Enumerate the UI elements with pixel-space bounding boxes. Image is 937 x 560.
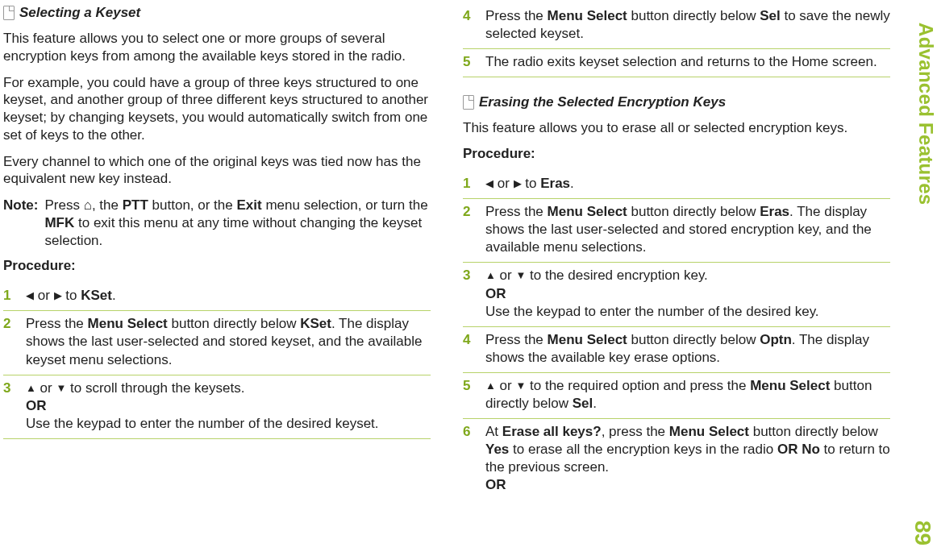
step-body: ▲ or ▼ to scroll through the keysets. OR… (26, 380, 379, 433)
menu-select-label: Menu Select (548, 8, 627, 23)
eras-label: Eras (540, 176, 570, 191)
left-column: Selecting a Keyset This feature allows y… (3, 3, 431, 557)
text: At (485, 424, 502, 439)
steps-list-left: ◀ or ▶ to KSet. Press the Menu Select bu… (3, 283, 431, 439)
text: button, or the (148, 197, 237, 213)
menu-select-label: Menu Select (88, 316, 168, 331)
text: . (112, 288, 116, 303)
kset-label: KSet (81, 288, 112, 303)
up-arrow-icon: ▲ (26, 382, 36, 396)
step-item: Press the Menu Select button directly be… (3, 311, 431, 375)
text: to (522, 176, 541, 191)
step-item: The radio exits keyset selection and ret… (463, 49, 890, 77)
heading-text: Erasing the Selected Encryption Keys (479, 94, 726, 110)
step-body: ◀ or ▶ to Eras. (485, 175, 574, 193)
step-item: ▲ or ▼ to the desired encryption key. OR… (463, 263, 890, 326)
prompt-label: Erase all keys? (502, 424, 602, 439)
paragraph: Every channel to which one of the origin… (3, 153, 431, 189)
text: Press (44, 197, 83, 213)
page-root: Selecting a Keyset This feature allows y… (0, 0, 937, 560)
steps-list-right: ◀ or ▶ to Eras. Press the Menu Select bu… (463, 171, 890, 500)
procedure-label: Procedure: (3, 258, 431, 274)
or-label: OR (485, 477, 506, 492)
kset-label: KSet (300, 316, 331, 331)
text: Use the keypad to enter the number of th… (26, 416, 379, 431)
text: . (570, 176, 574, 191)
text: , press the (602, 424, 669, 439)
home-icon: ⌂ (84, 197, 92, 213)
text: to (62, 288, 81, 303)
sel-label: Sel (760, 8, 781, 23)
or-label: OR (485, 286, 506, 301)
eras-label: Eras (760, 204, 789, 219)
step-body: ▲ or ▼ to the required option and press … (485, 377, 890, 413)
note-label: Note: (3, 197, 38, 249)
text: Press the (485, 8, 548, 23)
step-item: Press the Menu Select button directly be… (463, 199, 890, 263)
sel-label: Sel (573, 396, 593, 411)
left-arrow-icon: ◀ (26, 289, 34, 303)
steps-list-right-top: Press the Menu Select button directly be… (463, 3, 890, 77)
page-number: 89 (910, 521, 935, 545)
right-arrow-icon: ▶ (54, 289, 62, 303)
text: or (493, 176, 514, 191)
heading-text: Selecting a Keyset (19, 5, 140, 21)
content-area: Selecting a Keyset This feature allows y… (0, 0, 908, 560)
text: to scroll through the keysets. (66, 380, 244, 396)
exit-label: Exit (236, 197, 261, 213)
document-icon (463, 95, 474, 110)
menu-select-label: Menu Select (548, 204, 627, 219)
side-tab-title: Advanced Features (914, 23, 937, 205)
text: or (496, 378, 516, 393)
yes-label: Yes (485, 442, 509, 457)
text: or (36, 380, 56, 396)
text: Press the (26, 316, 88, 331)
text: button directly below (627, 204, 760, 219)
step-item: ▲ or ▼ to the required option and press … (463, 373, 890, 419)
step-item: Press the Menu Select button directly be… (463, 3, 890, 49)
step-item: At Erase all keys?, press the Menu Selec… (463, 419, 890, 500)
step-item: ◀ or ▶ to Eras. (463, 171, 890, 199)
menu-select-label: Menu Select (750, 378, 830, 393)
step-body: ◀ or ▶ to KSet. (26, 287, 116, 305)
step-body: Press the Menu Select button directly be… (485, 331, 890, 367)
text: Press the (485, 332, 548, 347)
text: to the desired encryption key. (526, 268, 708, 283)
text: Use the keypad to enter the number of th… (485, 304, 819, 319)
document-icon (3, 6, 15, 20)
text: Press the (485, 204, 548, 219)
step-body: Press the Menu Select button directly be… (485, 203, 890, 256)
text: button directly below (168, 316, 300, 331)
text: . (593, 396, 597, 411)
paragraph: This feature allows you to select one or… (3, 30, 431, 65)
left-arrow-icon: ◀ (485, 177, 493, 191)
right-arrow-icon: ▶ (514, 177, 522, 191)
section-heading-left: Selecting a Keyset (3, 5, 431, 21)
text: button directly below (749, 424, 878, 439)
section-heading-right: Erasing the Selected Encryption Keys (463, 94, 890, 110)
step-body: At Erase all keys?, press the Menu Selec… (485, 423, 890, 494)
right-column: Press the Menu Select button directly be… (463, 3, 890, 557)
note-block: Note: Press ⌂, the PTT button, or the Ex… (3, 197, 431, 249)
down-arrow-icon: ▼ (515, 269, 526, 283)
mfk-label: MFK (44, 215, 74, 230)
text: or (34, 288, 54, 303)
down-arrow-icon: ▼ (515, 380, 526, 393)
side-tab: Advanced Features 89 (908, 0, 937, 560)
text: to the required option and press the (526, 378, 750, 393)
text: to exit this menu at any time without ch… (44, 215, 422, 248)
text: button directly below (627, 332, 760, 347)
text: , the (92, 197, 123, 213)
step-item: ◀ or ▶ to KSet. (3, 283, 431, 311)
text: menu selection, or turn the (262, 197, 428, 213)
optn-label: Optn (760, 332, 792, 347)
menu-select-label: Menu Select (669, 424, 749, 439)
procedure-label: Procedure: (463, 146, 890, 162)
or-inline: OR (777, 442, 798, 457)
or-label: OR (26, 398, 47, 413)
paragraph: This feature allows you to erase all or … (463, 119, 890, 137)
down-arrow-icon: ▼ (56, 382, 66, 396)
step-item: Press the Menu Select button directly be… (463, 327, 890, 373)
step-item: ▲ or ▼ to scroll through the keysets. OR… (3, 375, 431, 439)
text: or (496, 268, 516, 283)
